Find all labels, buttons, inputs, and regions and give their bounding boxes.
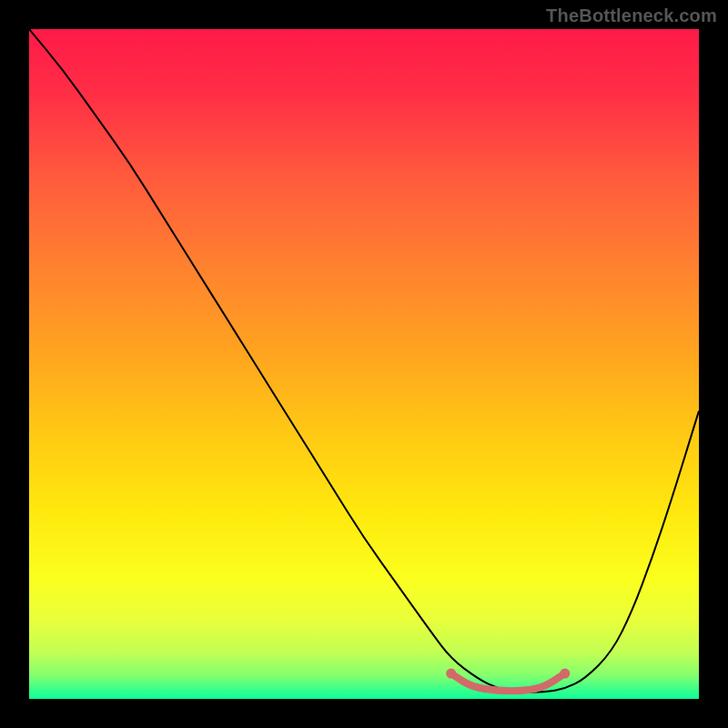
band-end-dot [560, 669, 570, 679]
gradient-background [29, 29, 699, 699]
plot-area [29, 29, 699, 699]
chart-container: TheBottleneck.com [0, 0, 728, 728]
chart-svg [29, 29, 699, 699]
watermark-text: TheBottleneck.com [546, 5, 717, 26]
band-start-dot [446, 669, 456, 679]
